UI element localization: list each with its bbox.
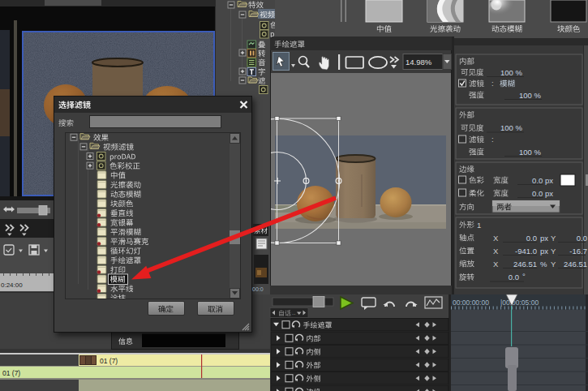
- svg-text:0.0 px: 0.0 px: [532, 176, 553, 185]
- svg-text:X: X: [493, 234, 499, 243]
- svg-text:px: px: [540, 247, 548, 256]
- svg-text:100 %: 100 %: [519, 148, 541, 157]
- svg-text::: :: [491, 135, 494, 144]
- svg-text:0.0: 0.0: [526, 234, 537, 243]
- svg-text:1: 1: [477, 221, 481, 230]
- svg-text:Y: Y: [551, 234, 556, 243]
- svg-text:0.0: 0.0: [509, 273, 519, 281]
- svg-text::: :: [491, 79, 494, 88]
- svg-text:%: %: [540, 260, 547, 269]
- svg-text:X: X: [493, 260, 499, 269]
- svg-text:00:00:00:00: 00:00:00:00: [453, 299, 489, 307]
- svg-text:246.51: 246.51: [564, 260, 587, 269]
- svg-text:X: X: [493, 247, 499, 256]
- svg-text:px: px: [540, 234, 548, 243]
- svg-text:0.0 px: 0.0 px: [532, 189, 553, 198]
- svg-text:..: ..: [292, 309, 295, 316]
- svg-text:100 %: 100 %: [500, 68, 522, 77]
- svg-text:°: °: [522, 272, 526, 281]
- svg-text:-941.0: -941.0: [515, 247, 537, 256]
- svg-text:246.51: 246.51: [513, 260, 537, 269]
- svg-text:0.0: 0.0: [577, 234, 587, 243]
- svg-text:00:0: 00:0: [252, 286, 264, 292]
- svg-text:01 (7): 01 (7): [2, 369, 20, 377]
- svg-text:100 %: 100 %: [500, 123, 522, 132]
- svg-text:Y: Y: [551, 260, 556, 269]
- svg-text:0:24:00: 0:24:00: [1, 281, 23, 289]
- svg-text:14.98%: 14.98%: [406, 58, 432, 67]
- svg-text:-16.7: -16.7: [569, 247, 587, 256]
- svg-text:01 (7): 01 (7): [100, 357, 118, 365]
- svg-text:100 %: 100 %: [519, 91, 541, 100]
- svg-text:|00:00:05:00: |00:00:05:00: [500, 299, 539, 307]
- svg-text:Y: Y: [551, 247, 556, 256]
